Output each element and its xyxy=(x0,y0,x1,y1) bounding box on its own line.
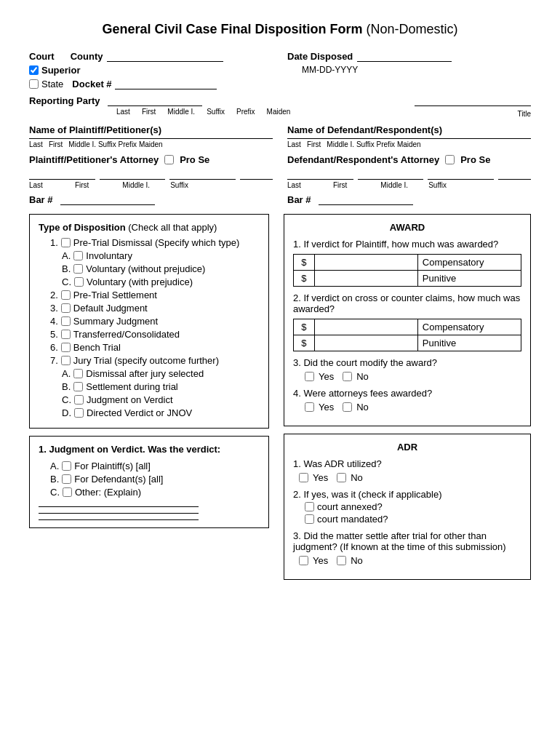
defendant-prose-label: Pro Se xyxy=(460,154,490,165)
defendant-attorney-label: Defendant/Respondent's Attorney xyxy=(287,154,439,165)
verdict-c[interactable] xyxy=(63,487,72,497)
disposition-item-7a[interactable] xyxy=(73,369,83,378)
reporting-party-input[interactable] xyxy=(108,95,202,106)
award-q2: If verdict on cross or counter claims, h… xyxy=(293,292,520,314)
award-q2-amount1[interactable] xyxy=(319,322,413,332)
disposition-item-3[interactable] xyxy=(61,303,71,313)
date-format: MM-DD-YYYY xyxy=(302,65,531,75)
first-label: First xyxy=(142,108,156,119)
disposition-item-1b[interactable] xyxy=(73,264,83,274)
plaintiff-bar-label: Bar # xyxy=(29,194,53,205)
plaintiff-section-label: Name of Plaintiff/Petitioner(s) xyxy=(29,124,273,135)
disposition-item-5[interactable] xyxy=(61,330,71,339)
plaintiff-atty-middle[interactable] xyxy=(169,168,236,180)
prefix-label: Prefix xyxy=(236,108,255,119)
adr-q1-no: No xyxy=(351,472,363,483)
docket-input[interactable] xyxy=(115,78,217,89)
docket-label: Docket # xyxy=(72,79,111,89)
award-q2-amount2[interactable] xyxy=(319,338,413,348)
plaintiff-prose-label: Pro Se xyxy=(180,154,209,165)
award-q1-type1: Compensatory xyxy=(417,255,521,271)
disposition-item-1c[interactable] xyxy=(74,277,84,287)
defendant-atty-last[interactable] xyxy=(287,168,353,180)
suffix-label: Suffix xyxy=(207,108,225,119)
award-q2-dollar1: $ xyxy=(294,319,315,335)
award-q2-type2: Punitive xyxy=(417,335,521,351)
disposition-item-7b[interactable] xyxy=(73,382,83,391)
award-q3-no-checkbox[interactable] xyxy=(343,372,352,381)
verdict-box-title: 1. Judgment on Verdict. Was the verdict: xyxy=(39,444,260,455)
disposition-item-7d[interactable] xyxy=(74,408,84,418)
disposition-item-1-label: Pre-Trial Dismissal (Specify which type) xyxy=(73,237,240,248)
adr-q3-no-checkbox[interactable] xyxy=(337,556,346,565)
last-label: Last xyxy=(116,108,130,119)
disposition-item-1[interactable] xyxy=(61,238,71,247)
superior-label: Superior xyxy=(41,65,80,76)
disposition-item-7c[interactable] xyxy=(74,395,84,405)
defendant-atty-suffix[interactable] xyxy=(498,168,531,180)
adr-title: ADR xyxy=(293,442,521,453)
plaintiff-prose-checkbox[interactable] xyxy=(164,155,174,164)
award-q4-no: No xyxy=(356,402,369,413)
adr-court-mandated[interactable] xyxy=(305,514,314,524)
superior-checkbox[interactable] xyxy=(29,65,39,75)
disposition-item-4[interactable] xyxy=(61,316,71,326)
title-sub-label: Title xyxy=(517,110,531,118)
verdict-c-label: Other: (Explain) xyxy=(75,487,141,498)
disposition-item-7[interactable] xyxy=(61,356,71,365)
award-q1-dollar2: $ xyxy=(294,271,315,287)
page-title: General Civil Case Final Disposition For… xyxy=(29,22,531,37)
award-q4-yes-checkbox[interactable] xyxy=(305,402,314,412)
adr-court-annexed[interactable] xyxy=(305,502,314,511)
defendant-atty-middle[interactable] xyxy=(428,168,494,180)
disposition-item-1a[interactable] xyxy=(73,251,83,260)
award-q2-type1: Compensatory xyxy=(417,319,521,335)
award-q1-amount2[interactable] xyxy=(319,273,413,284)
defendant-section-label: Name of Defendant/Respondent(s) xyxy=(287,124,531,135)
adr-q3-yes: Yes xyxy=(313,555,328,566)
defendant-bar-label: Bar # xyxy=(287,194,311,205)
defendant-bar-input[interactable] xyxy=(319,194,413,205)
court-label: Court xyxy=(29,51,55,62)
verdict-a[interactable] xyxy=(62,461,71,471)
adr-q3-yes-checkbox[interactable] xyxy=(299,556,308,565)
defendant-atty-first[interactable] xyxy=(358,168,424,180)
disposition-item-2[interactable] xyxy=(61,290,71,300)
award-q1-amount1[interactable] xyxy=(319,257,413,268)
plaintiff-atty-suffix[interactable] xyxy=(240,168,273,180)
award-q3-no: No xyxy=(356,371,369,382)
award-q3: Did the court modify the award? xyxy=(303,357,437,368)
award-q4-no-checkbox[interactable] xyxy=(343,402,352,412)
plaintiff-bar-input[interactable] xyxy=(60,194,155,205)
county-input[interactable] xyxy=(107,50,223,62)
adr-q3-no: No xyxy=(351,555,363,566)
plaintiff-atty-first[interactable] xyxy=(100,168,166,180)
verdict-b[interactable] xyxy=(62,474,71,484)
adr-court-annexed-label: court annexed? xyxy=(317,501,383,512)
adr-q1-yes-checkbox[interactable] xyxy=(299,473,308,482)
date-disposed-input[interactable] xyxy=(357,50,452,62)
date-disposed-label: Date Disposed xyxy=(287,51,353,62)
middle-label: Middle I. xyxy=(167,108,195,119)
county-label: County xyxy=(71,51,103,62)
adr-q1-yes: Yes xyxy=(313,472,328,483)
award-q1: If verdict for Plaintiff, how much was a… xyxy=(303,239,498,250)
disposition-item-6[interactable] xyxy=(61,343,71,352)
adr-q3: Did the matter settle after trial for ot… xyxy=(293,530,506,552)
award-q4-yes: Yes xyxy=(319,402,334,413)
state-label: State xyxy=(41,79,63,89)
disposition-subtitle: (Check all that apply) xyxy=(128,222,217,233)
adr-court-mandated-label: court mandated? xyxy=(317,514,388,525)
verdict-b-label: For Defendant(s) [all] xyxy=(74,474,163,485)
maiden-label: Maiden xyxy=(267,108,291,119)
award-q1-dollar1: $ xyxy=(294,255,315,271)
award-q4: Were attorneys fees awarded? xyxy=(303,388,432,399)
title-input[interactable] xyxy=(415,95,531,106)
award-q3-yes-checkbox[interactable] xyxy=(305,372,314,381)
defendant-prose-checkbox[interactable] xyxy=(445,155,455,164)
adr-q1-no-checkbox[interactable] xyxy=(337,473,346,482)
plaintiff-atty-last[interactable] xyxy=(29,168,95,180)
state-checkbox[interactable] xyxy=(29,79,39,89)
reporting-party-label: Reporting Party xyxy=(29,95,100,106)
adr-q2: If yes, was it (check if applicable) xyxy=(303,489,441,500)
